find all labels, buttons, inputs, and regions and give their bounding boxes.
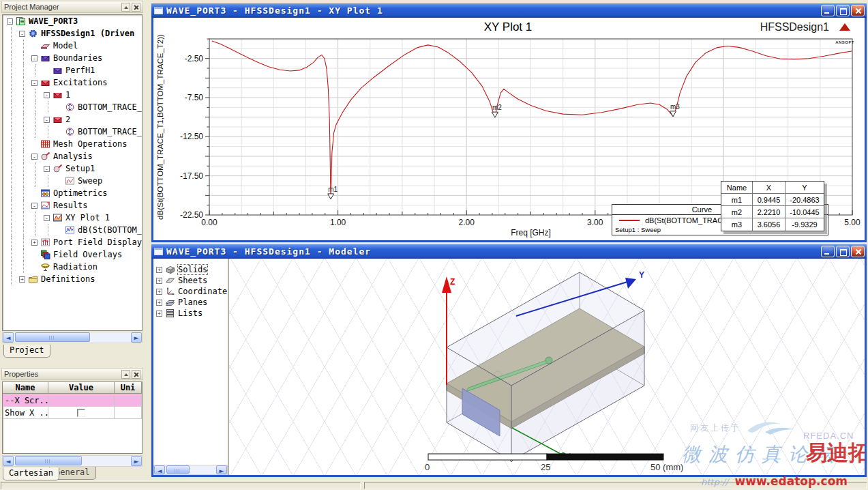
tree-item-excitations[interactable]: -Excitations: [3, 76, 142, 89]
scroll-left-icon[interactable]: ◄: [3, 456, 14, 466]
marker-table[interactable]: NameXYm10.9445-20.4863m22.2210-10.0445m3…: [721, 181, 824, 231]
column-unit[interactable]: Uni: [115, 382, 142, 394]
tree-item-mesh-operations[interactable]: Mesh Operations: [3, 138, 142, 150]
tree-item-db-st-bottom[interactable]: dB(St(BOTTOM_: [3, 224, 142, 236]
collapse-icon[interactable]: [121, 3, 130, 12]
modeler-tree-item-solids[interactable]: +Solids: [153, 264, 228, 275]
tree-item-hfssdesign1-driven[interactable]: -HFSSDesign1 (Driven: [3, 27, 142, 40]
tree-guide: [11, 113, 12, 126]
collapse-box-icon[interactable]: -: [7, 18, 13, 25]
scroll-track[interactable]: [14, 332, 131, 343]
modeler-titlebar[interactable]: WAVE_PORT3 - HFSSDesign1 - Modeler: [151, 244, 867, 259]
xy-plot-titlebar[interactable]: WAVE_PORT3 - HFSSDesign1 - XY Plot 1: [151, 3, 867, 18]
tree-item-1[interactable]: -1: [3, 89, 142, 101]
modeler-tree-hscrollbar[interactable]: ◄ ►: [153, 465, 228, 475]
modeler-tree-item-lists[interactable]: +Lists: [153, 308, 228, 319]
scroll-right-icon[interactable]: ►: [131, 332, 142, 343]
tree-item-definitions[interactable]: +Definitions: [3, 273, 142, 285]
minimize-icon[interactable]: [821, 5, 835, 16]
column-name[interactable]: Name: [3, 382, 48, 394]
tree-item-perfh1[interactable]: PerfH1: [3, 64, 142, 76]
scroll-right-icon[interactable]: ►: [216, 465, 227, 474]
scroll-thumb[interactable]: [15, 332, 90, 342]
tree-item-label: XY Plot 1: [65, 213, 110, 222]
modeler-3d-viewport[interactable]: Z Y 0: [229, 259, 865, 475]
column-value[interactable]: Value: [48, 382, 115, 394]
scroll-right-icon[interactable]: ►: [131, 456, 142, 466]
tree-item-bottom-trace[interactable]: BOTTOM_TRACE_: [3, 101, 142, 113]
property-value[interactable]: [48, 407, 115, 418]
hfss-desktop: Project Manager -WAVE_PORT3-HFSSDesign1 …: [0, 0, 868, 490]
svg-text:0.00: 0.00: [201, 218, 218, 227]
property-name: --X Scr...: [3, 394, 48, 406]
maximize-icon[interactable]: [836, 246, 850, 257]
tab-project[interactable]: Project: [3, 345, 50, 358]
expand-box-icon[interactable]: +: [19, 276, 25, 283]
modeler-tree-item-planes[interactable]: +Planes: [153, 297, 228, 308]
tree-item-bottom-trace[interactable]: BOTTOM_TRACE_: [3, 126, 142, 138]
collapse-box-icon[interactable]: -: [44, 215, 50, 221]
collapse-box-icon[interactable]: -: [19, 31, 25, 37]
close-icon[interactable]: [851, 5, 865, 16]
scroll-left-icon[interactable]: ◄: [154, 465, 165, 474]
scroll-thumb[interactable]: [166, 465, 190, 474]
project-tree-hscrollbar[interactable]: ◄ ►: [2, 332, 143, 343]
scroll-track[interactable]: [165, 465, 216, 474]
tab-cartesian[interactable]: Cartesian: [3, 467, 59, 480]
tree-item-field-overlays[interactable]: Field Overlays: [3, 248, 142, 261]
tree-item-optimetrics[interactable]: Optimetrics: [3, 187, 142, 199]
expand-box-icon[interactable]: +: [156, 289, 162, 295]
close-icon[interactable]: [132, 3, 140, 12]
property-row-show-x[interactable]: Show X ...: [3, 407, 142, 419]
scroll-track[interactable]: [14, 456, 131, 466]
minimize-icon[interactable]: [821, 246, 835, 257]
tree-item-radiation[interactable]: Radiation: [3, 261, 142, 273]
tree-item-label: WAVE_PORT3: [29, 16, 78, 26]
collapse-box-icon[interactable]: -: [31, 80, 38, 86]
collapse-icon[interactable]: [121, 370, 130, 379]
tree-item-setup1[interactable]: -Setup1: [3, 162, 142, 175]
modeler-tree-item-sheets[interactable]: +Sheets: [153, 275, 228, 286]
tree-item-boundaries[interactable]: -Boundaries: [3, 52, 142, 64]
properties-hscrollbar[interactable]: ◄ ►: [2, 455, 143, 467]
close-icon[interactable]: [132, 370, 140, 379]
ansoft-logo-text: ANSOFT: [835, 40, 854, 44]
properties-header[interactable]: Properties: [1, 368, 143, 380]
expand-box-icon[interactable]: +: [156, 300, 162, 306]
property-row-x-scr[interactable]: --X Scr...: [3, 394, 142, 407]
scroll-left-icon[interactable]: ◄: [3, 332, 14, 343]
properties-title: Properties: [4, 370, 120, 378]
expand-box-icon[interactable]: +: [156, 311, 162, 317]
collapse-box-icon[interactable]: -: [44, 117, 50, 123]
collapse-box-icon[interactable]: -: [44, 92, 50, 98]
collapse-box-icon[interactable]: -: [31, 203, 38, 209]
tree-item-2[interactable]: -2: [3, 113, 142, 126]
expand-box-icon[interactable]: +: [156, 278, 162, 284]
close-icon[interactable]: [851, 246, 865, 257]
tree-item-xy-plot-1[interactable]: -XY Plot 1: [3, 212, 142, 224]
marker-table-row: m22.2210-10.0445: [721, 206, 824, 218]
xyplot-icon: [53, 213, 63, 222]
maximize-icon[interactable]: [836, 5, 850, 16]
tree-item-results[interactable]: -Results: [3, 199, 142, 212]
modeler-tree-item-coordinate[interactable]: +Coordinate: [153, 286, 228, 297]
svg-text:dB(St(BOTTOM_TRACE_T1,BOTTOM_T: dB(St(BOTTOM_TRACE_T1,BOTTOM_TRACE_T2)): [156, 34, 164, 220]
checkbox[interactable]: [77, 409, 85, 417]
expand-box-icon[interactable]: +: [31, 240, 38, 246]
expand-box-icon[interactable]: +: [156, 267, 162, 273]
air-box[interactable]: [447, 272, 644, 462]
tree-item-analysis[interactable]: -Analysis: [3, 150, 142, 162]
legend-trace-swatch: [619, 220, 640, 221]
project-manager-header[interactable]: Project Manager: [1, 1, 143, 13]
collapse-box-icon[interactable]: -: [31, 55, 38, 61]
scroll-thumb[interactable]: [15, 456, 82, 465]
property-value[interactable]: [48, 394, 115, 406]
collapse-box-icon[interactable]: -: [44, 166, 50, 172]
tree-item-sweep[interactable]: Sweep: [3, 175, 142, 187]
collapse-box-icon[interactable]: -: [31, 154, 38, 160]
optimetrics-icon: [40, 188, 50, 198]
tree-item-model[interactable]: Model: [3, 40, 142, 52]
model-scene: Z Y 0: [229, 259, 865, 475]
tree-item-port-field-display[interactable]: +Port Field Display: [3, 236, 142, 248]
tree-item-wave-port3[interactable]: -WAVE_PORT3: [3, 15, 142, 27]
